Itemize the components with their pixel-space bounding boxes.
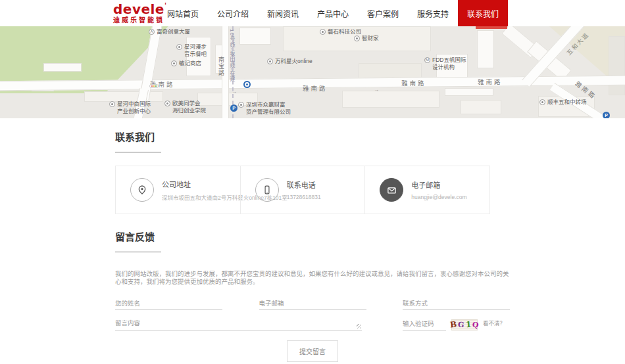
submit-button[interactable]: 提交留言	[287, 340, 338, 362]
header: devele 迪威乐智能锁 网站首页公司介绍新闻资讯产品中心客户案例服务支持联系…	[0, 0, 625, 26]
contact-card-email: 电子邮箱 huangjie@devele.com	[364, 166, 489, 214]
captcha-char: Q	[472, 321, 480, 329]
feedback-section: 留言反馈 我们的网站改版，我们的进步与发展，都离不开您宝贵的建议和意见，如果您有…	[115, 214, 510, 362]
captcha-input[interactable]	[403, 317, 446, 330]
email-icon	[380, 178, 403, 202]
map-poi-label[interactable]: A富奇创意大厦	[149, 28, 190, 35]
map-poi-label[interactable]: 深圳市众赢财富 资产管理有限公司	[238, 101, 291, 115]
map-poi-label[interactable]: 欧美同学会 海归创业学院	[164, 100, 206, 114]
map-poi-icon: M	[424, 57, 430, 63]
map-poi-label[interactable]: 星河中商国际 产业创新中心	[109, 101, 151, 114]
map-building	[342, 91, 439, 108]
map-poi-text: 智财家	[362, 35, 379, 42]
map-building	[43, 63, 82, 72]
map-poi-icon: A	[149, 29, 155, 35]
map-poi-text: 敏记商店	[179, 60, 201, 67]
map-poi-label[interactable]: 顺丰五和中转场	[539, 99, 587, 106]
map-poi-text: 星河中商国际 产业创新中心	[117, 101, 151, 114]
map-poi-icon	[539, 99, 545, 105]
map-building	[461, 100, 501, 114]
map-road-label: 雅南路	[478, 77, 503, 86]
parking-icon[interactable]: P	[603, 112, 610, 118]
nav-item-1[interactable]: 公司介绍	[208, 0, 258, 26]
main-nav: 网站首页公司介绍新闻资讯产品中心客户案例服务支持联系我们	[158, 0, 508, 26]
map-poi-text: FDD五帆国际 设计机构	[432, 57, 466, 70]
map-canvas[interactable]: P P → → A富奇创意大厦星河漫步 音乐餐吧敏记商店磐石科技公司智财家万科星…	[0, 26, 625, 118]
card-title: 电子邮箱	[411, 179, 466, 190]
map-poi-icon	[171, 60, 177, 66]
map-road-label: 雅南路	[401, 78, 426, 87]
contact-card-phone: 联系电话 13728618831	[240, 166, 365, 214]
map-poi-label[interactable]: 万科星火online	[267, 58, 312, 65]
parking-icon[interactable]: P	[230, 104, 238, 112]
content: 联系我们 公司地址 深圳市坂田五和大道南2号万科星火online7栋101室	[0, 118, 625, 364]
title-underline	[115, 252, 161, 252]
map-poi-icon	[164, 101, 170, 106]
nav-item-4[interactable]: 客户案例	[358, 0, 408, 26]
map-poi-label[interactable]: MFDD五帆国际 设计机构	[424, 57, 466, 70]
map-building	[239, 28, 271, 45]
map-poi-text: 顺丰五和中转场	[547, 99, 587, 106]
map-metro-line-label: 10号线-坂田线-在建	[228, 29, 236, 82]
map-marker-popup-edge	[476, 26, 507, 29]
map-building	[609, 36, 625, 95]
map-poi-label[interactable]: 敏记商店	[171, 60, 201, 67]
map-poi-icon	[109, 101, 115, 107]
captcha-refresh-link[interactable]: 看不清？	[483, 319, 505, 330]
map-road-label: 雅南路	[303, 83, 328, 93]
contact-section: 联系我们 公司地址 深圳市坂田五和大道南2号万科星火online7栋101室	[115, 118, 510, 214]
page: devele 迪威乐智能锁 网站首页公司介绍新闻资讯产品中心客户案例服务支持联系…	[0, 0, 625, 364]
map-poi-icon	[238, 102, 244, 108]
card-title: 联系电话	[287, 179, 321, 190]
contact-cards: 公司地址 深圳市坂田五和大道南2号万科星火online7栋101室 联系电话 1…	[115, 166, 490, 214]
map-poi-text: 欧美同学会 海归创业学院	[172, 100, 206, 114]
map-poi-icon	[176, 44, 182, 50]
map-poi-icon	[267, 58, 273, 64]
textarea-resize-handle[interactable]	[357, 324, 361, 329]
captcha-char: G	[458, 321, 464, 329]
metro-station-icon[interactable]	[243, 81, 251, 88]
map-poi-icon	[354, 35, 360, 41]
map-building	[445, 88, 493, 96]
contact-section-title: 联系我们	[115, 129, 510, 143]
contact-card-address: 公司地址 深圳市坂田五和大道南2号万科星火online7栋101室	[116, 166, 240, 214]
nav-item-6[interactable]: 联系我们	[458, 0, 508, 26]
one-way-arrow-icon: →	[374, 87, 379, 93]
nav-item-5[interactable]: 服务支持	[408, 0, 458, 26]
map-poi-text: 深圳市众赢财富 资产管理有限公司	[246, 101, 291, 115]
captcha-image[interactable]: BG1Q	[451, 319, 478, 330]
nav-item-2[interactable]: 新闻资讯	[258, 0, 308, 26]
feedback-description: 我们的网站改版，我们的进步与发展，都离不开您宝贵的建议和意见，如果您有什么好的建…	[115, 270, 510, 286]
map-poi-text: 万科星火online	[275, 58, 312, 65]
nav-item-0[interactable]: 网站首页	[158, 0, 208, 26]
one-way-arrow-icon: →	[232, 89, 237, 95]
title-underline	[115, 152, 161, 152]
map-poi-text: 富奇创意大厦	[157, 28, 190, 35]
card-text: huangjie@devele.com	[411, 194, 466, 200]
email-input[interactable]	[259, 296, 366, 310]
phone-icon	[255, 178, 279, 202]
map-road-label-vertical: 南宝路	[217, 57, 226, 76]
feedback-form: BG1Q 看不清？ 提交留言	[115, 296, 510, 362]
map-building	[477, 30, 494, 68]
location-pin-icon	[130, 178, 154, 202]
nav-item-3[interactable]: 产品中心	[308, 0, 358, 26]
map-poi-icon	[320, 29, 326, 35]
captcha-char: 1	[465, 321, 471, 329]
message-textarea[interactable]	[115, 315, 362, 330]
captcha-char: B	[450, 321, 457, 329]
map-poi-label[interactable]: 智财家	[354, 35, 379, 42]
map-poi-text: 星河漫步 音乐餐吧	[184, 43, 207, 57]
name-input[interactable]	[115, 296, 222, 310]
map-poi-label[interactable]: 星河漫步 音乐餐吧	[176, 43, 207, 57]
feedback-section-title: 留言反馈	[115, 229, 510, 243]
traffic-light-icon	[149, 84, 159, 88]
contact-input[interactable]	[403, 296, 510, 310]
card-text: 13728618831	[287, 194, 321, 200]
